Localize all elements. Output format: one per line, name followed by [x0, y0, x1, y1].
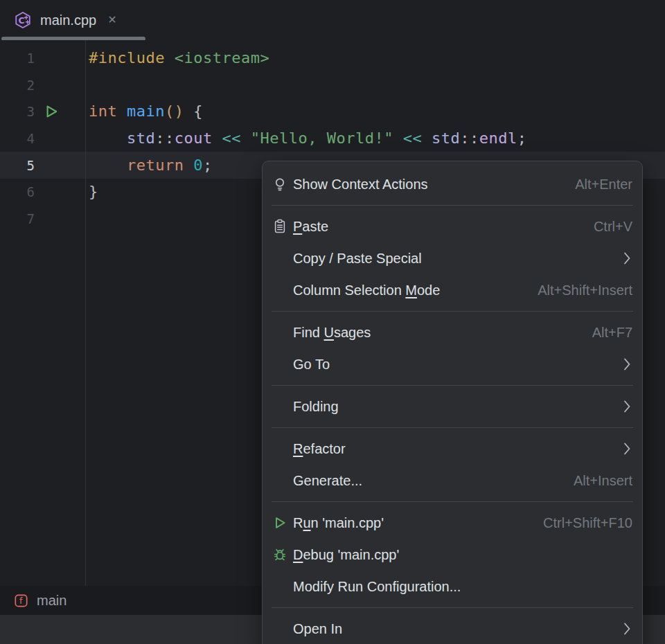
gutter-slot: [35, 125, 85, 152]
code-token: 0: [193, 156, 203, 174]
shortcut-label: Ctrl+Shift+F10: [543, 515, 632, 531]
line-number-5[interactable]: 5: [0, 158, 35, 173]
menu-item-label: Paste: [293, 219, 328, 235]
menu-separator: [272, 385, 633, 386]
line-number-2[interactable]: 2: [0, 78, 35, 93]
menu-item-label: Modify Run Configuration...: [293, 579, 461, 595]
menu-icon-slot: [272, 357, 287, 372]
shortcut-label: Alt+F7: [592, 325, 632, 341]
menu-separator: [272, 607, 633, 608]
code-token: std: [432, 129, 460, 147]
line-number-4[interactable]: 4: [0, 131, 35, 146]
menu-icon-slot: [272, 399, 287, 414]
menu-item-find-usages[interactable]: Find UsagesAlt+F7: [263, 316, 642, 348]
menu-item-label: Folding: [293, 399, 339, 415]
breadcrumb-item-main[interactable]: f main: [14, 593, 66, 609]
menu-separator: [272, 205, 633, 206]
code-token: }: [89, 183, 98, 200]
run-gutter-icon[interactable]: [35, 98, 85, 125]
code-token: <<: [403, 129, 423, 147]
tab-main-cpp[interactable]: C main.cpp ✕: [0, 0, 117, 40]
menu-item-label: Run 'main.cpp': [293, 515, 384, 531]
menu-item-debug-main-cpp[interactable]: Debug 'main.cpp': [263, 539, 642, 571]
menu-icon-slot: [272, 251, 287, 266]
code-token: ::: [460, 129, 479, 147]
line-number-7[interactable]: 7: [0, 211, 35, 226]
menu-item-copy-paste-special[interactable]: Copy / Paste Special: [263, 242, 642, 274]
menu-item-refactor[interactable]: Refactor: [263, 433, 642, 465]
menu-icon-slot: [272, 441, 287, 456]
svg-text:f: f: [19, 596, 23, 606]
gutter-slot: [35, 72, 85, 99]
code-token: (): [165, 102, 184, 120]
code-token: ::: [155, 129, 175, 147]
code-token: main: [127, 102, 165, 120]
menu-item-generate[interactable]: Generate...Alt+Insert: [263, 465, 642, 497]
menu-icon-slot: [272, 621, 287, 636]
shortcut-label: Alt+Enter: [575, 177, 632, 193]
code-line-1[interactable]: 1#include <iostream>: [0, 45, 665, 72]
function-icon: f: [14, 593, 28, 608]
code-token: [393, 129, 403, 147]
code-token: [184, 156, 193, 174]
svg-text:C: C: [19, 15, 25, 26]
cpp-file-icon: C: [14, 11, 32, 29]
code-token: int: [89, 102, 117, 120]
menu-item-column-selection-mode[interactable]: Column Selection ModeAlt+Shift+Insert: [263, 274, 642, 306]
menu-separator: [272, 501, 633, 502]
code-token: [422, 129, 432, 147]
code-token: cout: [175, 129, 213, 147]
chevron-right-icon: [623, 252, 631, 265]
menu-item-show-context-actions[interactable]: Show Context ActionsAlt+Enter: [263, 168, 642, 200]
context-menu: Show Context ActionsAlt+Enter PasteCtrl+…: [262, 161, 643, 644]
menu-item-label: Go To: [293, 357, 330, 373]
code-line-3[interactable]: 3 int main() {: [0, 98, 665, 125]
menu-icon-slot: [272, 473, 287, 488]
gutter-separator-line: [85, 40, 86, 586]
shortcut-label: Alt+Insert: [574, 473, 632, 489]
code-text: int main() {: [85, 104, 203, 119]
shortcut-label: Ctrl+V: [594, 219, 632, 235]
menu-item-paste[interactable]: PasteCtrl+V: [263, 211, 642, 242]
line-number-3[interactable]: 3: [0, 104, 35, 119]
menu-item-label: Open In: [293, 621, 342, 637]
menu-item-run-main-cpp[interactable]: Run 'main.cpp'Ctrl+Shift+F10: [263, 507, 642, 539]
code-text: return 0;: [85, 158, 213, 173]
code-token: <<: [222, 129, 241, 147]
line-number-6[interactable]: 6: [0, 184, 35, 199]
code-token: #include: [89, 49, 165, 66]
line-number-1[interactable]: 1: [0, 51, 35, 66]
code-token: [241, 129, 251, 147]
menu-item-modify-run-configuration[interactable]: Modify Run Configuration...: [263, 571, 642, 602]
code-text: std::cout << "Hello, World!" << std::end…: [85, 131, 526, 146]
menu-item-label: Column Selection Mode: [293, 283, 440, 298]
menu-separator: [272, 311, 633, 312]
code-line-4[interactable]: 4 std::cout << "Hello, World!" << std::e…: [0, 125, 665, 152]
lightbulb-icon: [272, 177, 287, 192]
menu-item-label: Debug 'main.cpp': [293, 547, 399, 563]
code-token: std: [127, 129, 155, 147]
code-token: [89, 156, 127, 174]
menu-icon-slot: [272, 325, 287, 340]
chevron-right-icon: [623, 623, 631, 635]
code-token: [89, 129, 127, 147]
breadcrumb-label: main: [37, 593, 66, 609]
tab-label: main.cpp: [40, 12, 96, 28]
menu-item-go-to[interactable]: Go To: [263, 348, 642, 380]
debug-icon: [272, 547, 287, 562]
code-text: }: [85, 184, 98, 199]
close-icon[interactable]: ✕: [107, 15, 116, 26]
chevron-right-icon: [623, 400, 631, 413]
menu-item-open-in[interactable]: Open In: [263, 613, 642, 644]
menu-item-folding[interactable]: Folding: [263, 391, 642, 422]
menu-icon-slot: [272, 579, 287, 594]
code-line-2[interactable]: 2: [0, 72, 665, 99]
code-token: return: [127, 156, 184, 174]
code-token: [213, 129, 222, 147]
code-token: endl: [479, 129, 517, 147]
gutter-slot: [35, 45, 85, 72]
shortcut-label: Alt+Shift+Insert: [538, 283, 632, 298]
menu-item-label: Find Usages: [293, 325, 371, 341]
menu-item-label: Show Context Actions: [293, 177, 428, 193]
gutter-slot: [35, 179, 85, 206]
